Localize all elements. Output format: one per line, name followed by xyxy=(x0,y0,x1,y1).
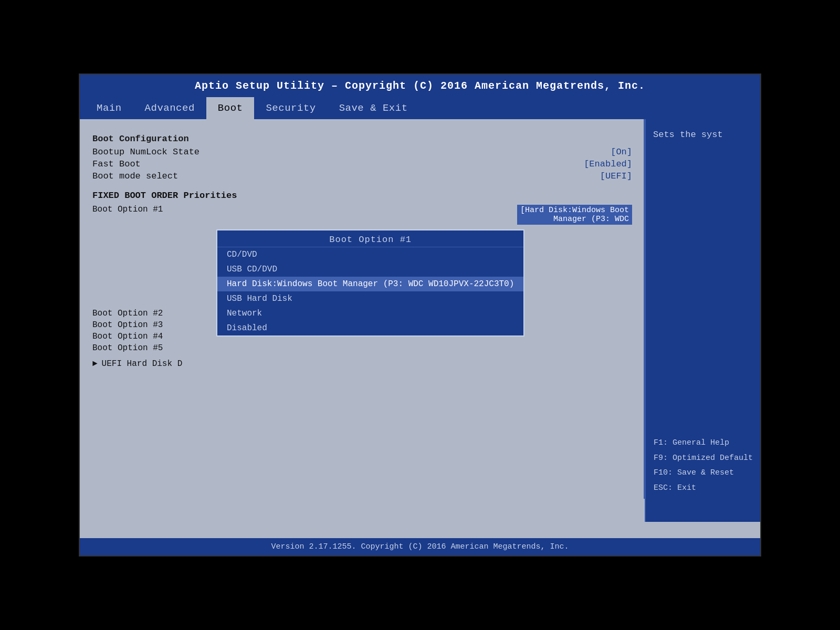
boot-option-dropdown[interactable]: Boot Option #1 CD/DVD USB CD/DVD Hard Di… xyxy=(216,229,524,337)
setting-numlock-name: Bootup NumLock State xyxy=(92,147,200,157)
setting-fastboot-value[interactable]: [Enabled] xyxy=(584,159,632,169)
footer-text: Version 2.17.1255. Copyright (C) 2016 Am… xyxy=(271,542,569,551)
nav-save-exit[interactable]: Save & Exit xyxy=(328,97,419,119)
right-panel: Sets the syst F1: General Help F9: Optim… xyxy=(645,119,760,522)
title-bar: Aptio Setup Utility – Copyright (C) 2016… xyxy=(80,75,760,97)
uefi-label[interactable]: UEFI Hard Disk D xyxy=(102,359,183,369)
boot-option-1-value[interactable]: [Hard Disk:Windows BootManager (P3: WDC xyxy=(517,205,632,225)
setting-numlock: Bootup NumLock State [On] xyxy=(92,147,632,157)
boot-option-2-name: Boot Option #2 xyxy=(92,309,176,318)
footer: Version 2.17.1255. Copyright (C) 2016 Am… xyxy=(80,538,760,555)
bios-screen: Aptio Setup Utility – Copyright (C) 2016… xyxy=(79,74,761,556)
boot-option-1-row: Boot Option #1 [Hard Disk:Windows BootMa… xyxy=(92,205,632,225)
left-panel: Boot Configuration Bootup NumLock State … xyxy=(80,119,645,522)
nav-advanced[interactable]: Advanced xyxy=(133,97,206,119)
boot-option-5-name: Boot Option #5 xyxy=(92,343,176,353)
dropdown-item-2[interactable]: Hard Disk:Windows Boot Manager (P3: WDC … xyxy=(217,277,523,291)
setting-bootmode-value[interactable]: [UEFI] xyxy=(600,171,632,181)
boot-option-4-name: Boot Option #4 xyxy=(92,332,176,341)
nav-security[interactable]: Security xyxy=(254,97,327,119)
setting-bootmode-name: Boot mode select xyxy=(92,171,178,181)
panel-divider xyxy=(644,119,645,499)
help-key-f9: F9: Optimized Default xyxy=(654,451,753,466)
setting-bootmode: Boot mode select [UEFI] xyxy=(92,171,632,181)
boot-option-3-name: Boot Option #3 xyxy=(92,320,176,330)
dropdown-item-1[interactable]: USB CD/DVD xyxy=(217,262,523,277)
uefi-row: ► UEFI Hard Disk D xyxy=(92,359,632,369)
help-keys: F1: General Help F9: Optimized Default F… xyxy=(654,436,753,496)
boot-option-1-name: Boot Option #1 xyxy=(92,205,176,214)
setting-fastboot: Fast Boot [Enabled] xyxy=(92,159,632,169)
dropdown-item-5[interactable]: Disabled xyxy=(217,321,523,335)
title-text: Aptio Setup Utility – Copyright (C) 2016… xyxy=(195,80,645,92)
content-area: Boot Configuration Bootup NumLock State … xyxy=(80,119,760,522)
setting-numlock-value[interactable]: [On] xyxy=(611,147,632,157)
dropdown-item-0[interactable]: CD/DVD xyxy=(217,247,523,262)
help-key-f1: F1: General Help xyxy=(654,436,753,451)
help-key-f10: F10: Save & Reset xyxy=(654,466,753,481)
setting-fastboot-name: Fast Boot xyxy=(92,159,141,169)
right-panel-text: Sets the syst xyxy=(653,130,723,140)
uefi-arrow-icon: ► xyxy=(92,359,98,369)
dropdown-item-4[interactable]: Network xyxy=(217,306,523,321)
nav-boot[interactable]: Boot xyxy=(206,97,255,119)
dropdown-title: Boot Option #1 xyxy=(217,230,523,247)
boot-option-5-row: Boot Option #5 xyxy=(92,343,632,353)
nav-bar: Main Advanced Boot Security Save & Exit xyxy=(80,97,760,119)
section-label: Boot Configuration xyxy=(92,134,632,144)
help-key-esc: ESC: Exit xyxy=(654,481,753,496)
fixed-boot-label: FIXED BOOT ORDER Priorities xyxy=(92,191,632,201)
nav-main[interactable]: Main xyxy=(85,97,133,119)
dropdown-item-3[interactable]: USB Hard Disk xyxy=(217,291,523,306)
